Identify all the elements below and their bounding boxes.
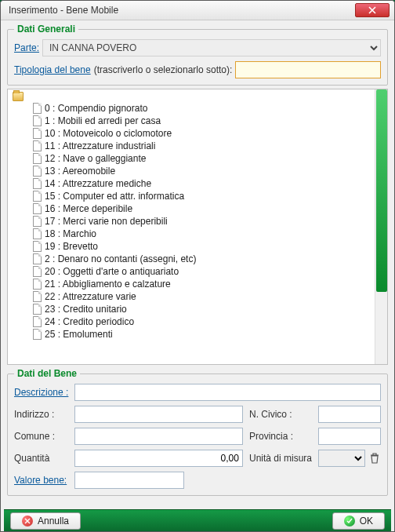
descrizione-input[interactable] [74,384,381,401]
fieldset-dati-generali: Dati Generali Parte: IN CANNA POVERO Tip… [7,24,388,86]
footer-bar: Annulla OK [4,509,391,531]
tree-item-label: 10 : Motoveicolo o ciclomotore [45,128,172,139]
comune-input[interactable] [74,428,243,445]
tree-item-label: 2 : Denaro no contanti (assegni, etc) [45,253,196,264]
tipologia-input[interactable] [235,61,381,78]
tree-item[interactable]: 22 : Attrezzature varie [9,290,375,303]
document-icon [33,329,42,340]
quantita-input[interactable] [74,450,243,467]
tree-item-label: 25 : Emolumenti [45,329,113,340]
tree-item[interactable]: 12 : Nave o galleggiante [9,152,375,165]
document-icon [33,140,42,151]
document-icon [33,178,42,189]
tree-item-label: 11 : Attrezzature industriali [45,140,155,151]
tree-item[interactable]: 10 : Motoveicolo o ciclomotore [9,127,375,140]
tree-item[interactable]: 25 : Emolumenti [9,328,375,341]
tree-item[interactable]: 15 : Computer ed attr. informatica [9,190,375,202]
tree-item-label: 0 : Compendio pignorato [45,103,147,114]
close-button[interactable] [355,3,390,17]
document-icon [33,241,42,252]
provincia-label: Provincia : [249,431,312,442]
document-icon [33,253,42,264]
tree-item[interactable]: 18 : Marchio [9,228,375,240]
tree-item-label: 24 : Credito periodico [45,316,134,327]
indirizzo-input[interactable] [74,406,243,423]
tree-item-label: 1 : Mobili ed arredi per casa [45,115,161,126]
folder-icon [13,92,24,101]
parte-label: Parte: [14,42,39,53]
valore-label: Valore bene: [14,475,68,486]
tree-item[interactable]: 0 : Compendio pignorato [9,102,375,115]
tipologia-hint: (trascriverlo o selezionarlo sotto): [94,64,233,75]
tree-item[interactable]: 14 : Attrezzature mediche [9,177,375,190]
titlebar[interactable]: Inserimento - Bene Mobile [1,1,394,20]
tree-item[interactable]: 21 : Abbigliamento e calzature [9,278,375,290]
dialog-window: Inserimento - Bene Mobile Dati Generali … [0,0,395,532]
scroll-thumb[interactable] [376,89,387,292]
tree-item-label: 20 : Oggetti d'arte o antiquariato [45,266,179,277]
document-icon [33,115,42,126]
unita-label: Unità di misura [249,453,312,464]
indirizzo-label: Indirizzo : [14,409,68,420]
tree-item-label: 23 : Credito unitario [45,304,127,315]
document-icon [33,304,42,315]
tree-panel: 0 : Compendio pignorato1 : Mobili ed arr… [7,89,388,365]
tree-item[interactable]: 11 : Attrezzature industriali [9,140,375,152]
civico-input[interactable] [318,406,381,423]
tree-item-label: 13 : Aereomobile [45,166,115,177]
quantita-label: Quantità [14,453,68,464]
civico-label: N. Civico : [249,409,312,420]
legend-dati-del-bene: Dati del Bene [14,368,80,379]
tree-root[interactable] [9,91,375,102]
tree-item-label: 19 : Brevetto [45,241,98,252]
window-title: Inserimento - Bene Mobile [9,5,355,16]
tree-item-label: 16 : Merce deperibile [45,203,132,214]
tipologia-label: Tipologia del bene [14,64,91,75]
ok-icon [344,516,355,527]
trash-icon [368,452,381,465]
tree-item-label: 21 : Abbigliamento e calzature [45,279,171,290]
tree-item[interactable]: 20 : Oggetti d'arte o antiquariato [9,265,375,278]
document-icon [33,291,42,302]
cancel-icon [22,516,33,527]
tree-item-label: 18 : Marchio [45,228,96,239]
tree-item[interactable]: 1 : Mobili ed arredi per casa [9,115,375,127]
tree-item[interactable]: 19 : Brevetto [9,240,375,253]
tree-item-label: 15 : Computer ed attr. informatica [45,191,184,202]
provincia-input[interactable] [318,428,381,445]
scrollbar[interactable] [375,89,387,364]
document-icon [33,191,42,202]
tree-item-label: 12 : Nave o galleggiante [45,153,146,164]
tree-item[interactable]: 24 : Credito periodico [9,315,375,328]
descrizione-label: Descrizione : [14,387,68,398]
fieldset-dati-del-bene: Dati del Bene Descrizione : Indirizzo : … [7,368,388,496]
document-icon [33,316,42,327]
valore-input[interactable] [74,472,184,489]
close-icon [368,6,376,14]
document-icon [33,203,42,214]
comune-label: Comune : [14,431,68,442]
document-icon [33,228,42,239]
parte-select[interactable]: IN CANNA POVERO [42,39,381,56]
document-icon [33,279,42,290]
legend-dati-generali: Dati Generali [14,24,78,35]
tree-item[interactable]: 16 : Merce deperibile [9,202,375,215]
tree[interactable]: 0 : Compendio pignorato1 : Mobili ed arr… [8,89,375,364]
tree-item[interactable]: 17 : Merci varie non deperibili [9,215,375,228]
tree-item[interactable]: 23 : Credito unitario [9,303,375,315]
tree-item-label: 17 : Merci varie non deperibili [45,216,168,227]
document-icon [33,266,42,277]
document-icon [33,128,42,139]
tree-item-label: 22 : Attrezzature varie [45,291,136,302]
tree-item-label: 14 : Attrezzature mediche [45,178,151,189]
document-icon [33,153,42,164]
annulla-button[interactable]: Annulla [10,512,81,530]
document-icon [33,166,42,177]
tree-item[interactable]: 2 : Denaro no contanti (assegni, etc) [9,253,375,265]
document-icon [33,103,42,114]
unita-select[interactable] [318,450,365,467]
tree-item[interactable]: 13 : Aereomobile [9,165,375,177]
clear-unita-button[interactable] [368,452,381,465]
ok-button[interactable]: OK [332,512,385,530]
document-icon [33,216,42,227]
